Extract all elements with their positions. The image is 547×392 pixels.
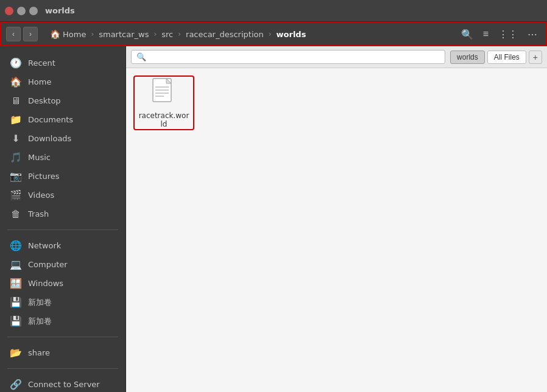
breadcrumb-worlds-label: worlds xyxy=(277,30,306,39)
breadcrumb-worlds[interactable]: worlds xyxy=(272,27,311,41)
sidebar-label-music: Music xyxy=(28,153,51,162)
more-icon: ⋯ xyxy=(528,29,537,40)
sidebar-item-network[interactable]: 🌐 Network xyxy=(0,236,125,255)
share-icon: 📂 xyxy=(10,347,22,359)
search-icon-sm: 🔍 xyxy=(136,52,146,61)
sidebar-section-network: 📂 share xyxy=(0,341,125,365)
sidebar-divider-3 xyxy=(7,368,118,369)
sidebar-item-computer[interactable]: 💻 Computer xyxy=(0,255,125,274)
search-icon: 🔍 xyxy=(461,29,473,40)
trash-icon: 🗑 xyxy=(10,208,22,220)
sidebar-label-desktop: Desktop xyxy=(28,96,61,105)
drive2-icon: 💾 xyxy=(10,315,22,327)
sidebar-label-windows: Windows xyxy=(28,279,63,288)
add-filter-button[interactable]: + xyxy=(529,51,542,64)
network-icon: 🌐 xyxy=(10,240,22,251)
sidebar-item-pictures[interactable]: 📷 Pictures xyxy=(0,167,125,186)
sidebar-item-music[interactable]: 🎵 Music xyxy=(0,148,125,167)
file-name-racetrack: racetrack.world xyxy=(138,111,189,128)
main-layout: 🕐 Recent 🏠 Home 🖥 Desktop 📁 Documents ⬇ … xyxy=(0,46,547,392)
sidebar-divider-2 xyxy=(7,337,118,337)
drive1-icon: 💾 xyxy=(10,296,22,308)
sidebar-label-xinjuan1: 新加卷 xyxy=(28,297,52,308)
forward-button[interactable]: › xyxy=(23,27,38,41)
breadcrumb-home-label: Home xyxy=(63,30,86,39)
sidebar-item-xinjuan2[interactable]: 💾 新加卷 xyxy=(0,312,125,331)
file-icon-world xyxy=(148,77,180,109)
list-view-icon: ≡ xyxy=(483,29,489,40)
file-item-racetrack[interactable]: racetrack.world xyxy=(133,75,194,130)
sidebar-label-network: Network xyxy=(28,241,61,250)
search-input[interactable] xyxy=(150,52,440,61)
home-sidebar-icon: 🏠 xyxy=(10,76,22,88)
sidebar-item-xinjuan1[interactable]: 💾 新加卷 xyxy=(0,293,125,312)
sidebar-item-desktop[interactable]: 🖥 Desktop xyxy=(0,91,125,110)
music-icon: 🎵 xyxy=(10,152,22,163)
sidebar-label-trash: Trash xyxy=(28,209,49,219)
sidebar-section-bookmarks: 🕐 Recent 🏠 Home 🖥 Desktop 📁 Documents ⬇ … xyxy=(0,51,125,226)
breadcrumb-src[interactable]: src xyxy=(157,27,178,41)
sidebar-item-downloads[interactable]: ⬇ Downloads xyxy=(0,129,125,148)
sidebar-label-downloads: Downloads xyxy=(28,134,71,143)
windows-icon: 🪟 xyxy=(10,278,22,289)
sidebar-label-pictures: Pictures xyxy=(28,172,59,181)
sidebar-label-home: Home xyxy=(28,77,51,86)
file-grid: racetrack.world xyxy=(126,68,547,392)
computer-icon: 💻 xyxy=(10,259,22,270)
breadcrumb-racecar-label: racecar_description xyxy=(186,30,264,39)
minimize-button[interactable] xyxy=(17,7,26,15)
sidebar: 🕐 Recent 🏠 Home 🖥 Desktop 📁 Documents ⬇ … xyxy=(0,46,126,392)
sidebar-divider-1 xyxy=(7,229,118,230)
breadcrumb-racecar[interactable]: racecar_description xyxy=(181,27,269,41)
title-bar: worlds xyxy=(0,0,547,22)
sidebar-label-recent: Recent xyxy=(28,58,55,68)
sidebar-label-xinjuan2: 新加卷 xyxy=(28,316,52,327)
search-button[interactable]: 🔍 xyxy=(457,26,477,43)
sidebar-item-videos[interactable]: 🎬 Videos xyxy=(0,186,125,205)
pictures-icon: 📷 xyxy=(10,170,22,182)
breadcrumb: 🏠 Home › smartcar_ws › src › racecar_des… xyxy=(45,27,455,41)
back-button[interactable]: ‹ xyxy=(6,27,21,41)
recent-icon: 🕐 xyxy=(10,57,22,69)
documents-icon: 📁 xyxy=(10,114,22,125)
sep-4: › xyxy=(269,30,272,38)
desktop-icon: 🖥 xyxy=(10,95,22,107)
sidebar-label-share: share xyxy=(28,348,50,357)
sidebar-label-videos: Videos xyxy=(28,191,54,200)
window-controls xyxy=(5,7,38,15)
breadcrumb-smartcar[interactable]: smartcar_ws xyxy=(94,27,154,41)
filter-tags: worlds All Files + xyxy=(450,51,542,64)
sidebar-label-connect: Connect to Server xyxy=(28,380,100,389)
connect-icon: 🔗 xyxy=(10,379,22,390)
filter-bar: 🔍 worlds All Files + xyxy=(126,46,547,68)
sidebar-item-connect[interactable]: 🔗 Connect to Server xyxy=(0,375,125,392)
sidebar-item-trash[interactable]: 🗑 Trash xyxy=(0,205,125,223)
sidebar-item-windows[interactable]: 🪟 Windows xyxy=(0,274,125,293)
sidebar-item-recent[interactable]: 🕐 Recent xyxy=(0,54,125,72)
breadcrumb-src-label: src xyxy=(161,30,173,39)
sidebar-item-home[interactable]: 🏠 Home xyxy=(0,72,125,91)
grid-view-icon: ⋮⋮ xyxy=(498,29,518,40)
toolbar-right: 🔍 ≡ ⋮⋮ ⋯ xyxy=(457,26,541,43)
sidebar-label-documents: Documents xyxy=(28,115,73,124)
search-box[interactable]: 🔍 xyxy=(131,50,445,64)
sidebar-section-connect: 🔗 Connect to Server xyxy=(0,373,125,392)
filter-tag-worlds[interactable]: worlds xyxy=(450,51,485,64)
sidebar-item-documents[interactable]: 📁 Documents xyxy=(0,110,125,129)
home-icon: 🏠 xyxy=(50,29,60,39)
breadcrumb-home[interactable]: 🏠 Home xyxy=(45,27,91,41)
more-button[interactable]: ⋯ xyxy=(524,26,541,43)
window-title: worlds xyxy=(45,6,75,15)
grid-view-button[interactable]: ⋮⋮ xyxy=(495,26,521,43)
sidebar-item-share[interactable]: 📂 share xyxy=(0,343,125,362)
maximize-button[interactable] xyxy=(29,7,38,15)
list-view-button[interactable]: ≡ xyxy=(479,26,492,42)
close-button[interactable] xyxy=(5,7,13,15)
sidebar-section-devices: 🌐 Network 💻 Computer 🪟 Windows 💾 新加卷 💾 新… xyxy=(0,234,125,333)
breadcrumb-smartcar-label: smartcar_ws xyxy=(99,30,149,39)
downloads-icon: ⬇ xyxy=(10,133,22,144)
videos-icon: 🎬 xyxy=(10,189,22,201)
content-area: 🔍 worlds All Files + xyxy=(126,46,547,392)
sidebar-label-computer: Computer xyxy=(28,260,68,269)
filter-tag-all-files[interactable]: All Files xyxy=(487,51,526,64)
